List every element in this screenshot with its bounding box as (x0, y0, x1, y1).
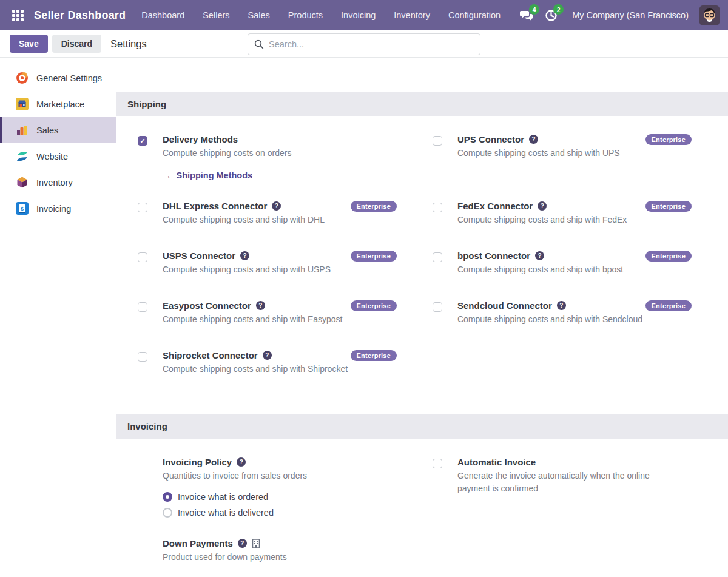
invoicing-icon: $ (16, 202, 29, 215)
setting-title: bpost Connector (457, 251, 530, 261)
radio-invoice-ordered[interactable]: Invoice what is ordered (163, 492, 307, 502)
radio-label: Invoice what is ordered (178, 492, 268, 502)
setting-sendcloud-connector: Sendcloud Connector Compute shipping cos… (433, 300, 727, 329)
setting-description: Compute shipping costs and ship with bpo… (457, 263, 623, 277)
inventory-icon (16, 176, 29, 189)
enterprise-badge: Enterprise (351, 201, 397, 212)
shipping-settings-grid: Delivery Methods Compute shipping costs … (116, 116, 728, 400)
search-icon (254, 39, 264, 49)
help-icon[interactable] (238, 539, 247, 548)
website-icon (16, 150, 29, 163)
discard-button[interactable]: Discard (52, 35, 101, 53)
user-avatar[interactable] (699, 5, 720, 25)
automatic-invoice-checkbox[interactable] (433, 459, 442, 468)
ups-connector-checkbox[interactable] (433, 136, 442, 146)
setting-description: Compute shipping costs on orders (163, 147, 291, 160)
shipping-methods-link[interactable]: → Shipping Methods (163, 170, 291, 180)
setting-delivery-methods: Delivery Methods Compute shipping costs … (138, 134, 433, 180)
company-switcher[interactable]: My Company (San Francisco) (572, 10, 689, 20)
setting-description: Compute shipping costs and ship with Fed… (457, 214, 627, 227)
sidebar-item-invoicing[interactable]: $ Invoicing (0, 195, 116, 221)
fedex-connector-checkbox[interactable] (433, 203, 442, 212)
help-icon[interactable] (557, 301, 566, 310)
nav-item-invoicing[interactable]: Invoicing (341, 10, 376, 20)
nav-item-products[interactable]: Products (288, 10, 323, 20)
search-box[interactable] (248, 33, 480, 55)
sidebar-item-label: Marketplace (36, 100, 84, 109)
radio-label: Invoice what is delivered (178, 508, 274, 518)
setting-title: Delivery Methods (163, 134, 238, 144)
setting-description: Compute shipping costs and ship with USP… (163, 263, 331, 277)
easypost-connector-checkbox[interactable] (138, 302, 147, 312)
shiprocket-connector-checkbox[interactable] (138, 352, 147, 362)
setting-description: Compute shipping costs and ship with Sen… (457, 313, 642, 326)
setting-dhl-express-connector: DHL Express Connector Compute shipping c… (138, 201, 433, 230)
setting-title: Invoicing Policy (163, 457, 232, 467)
nav-item-configuration[interactable]: Configuration (448, 10, 500, 20)
avatar-image (699, 5, 720, 25)
general-settings-icon (16, 72, 29, 84)
setting-description: Compute shipping costs and ship with DHL (163, 214, 325, 227)
sidebar-item-marketplace[interactable]: Marketplace (0, 91, 116, 117)
setting-automatic-invoice: Automatic Invoice Generate the invoice a… (433, 457, 727, 518)
setting-title: FedEx Connector (457, 201, 533, 211)
radio-icon[interactable] (163, 492, 172, 502)
apps-grid-icon[interactable] (8, 6, 27, 24)
setting-title: Down Payments (163, 538, 233, 548)
section-title: Invoicing (127, 421, 167, 431)
enterprise-badge: Enterprise (351, 251, 397, 262)
search-input[interactable] (269, 39, 474, 49)
help-icon[interactable] (240, 251, 249, 260)
nav-item-sales[interactable]: Sales (248, 10, 270, 20)
company-building-icon (252, 539, 260, 548)
help-icon[interactable] (237, 457, 246, 467)
setting-description: Generate the invoice automatically when … (457, 470, 682, 496)
setting-title: USPS Connector (163, 251, 235, 261)
save-button[interactable]: Save (10, 35, 48, 53)
help-icon[interactable] (538, 201, 547, 211)
messages-button[interactable]: 4 (519, 7, 534, 23)
settings-content: Shipping Delivery Methods Compute shippi… (116, 58, 728, 577)
svg-text:$: $ (21, 206, 24, 212)
help-icon[interactable] (529, 135, 538, 144)
sidebar-item-website[interactable]: Website (0, 143, 116, 169)
sidebar-item-general-settings[interactable]: General Settings (0, 65, 116, 91)
bpost-connector-checkbox[interactable] (433, 252, 442, 262)
dhl-express-connector-checkbox[interactable] (138, 203, 147, 212)
nav-item-dashboard[interactable]: Dashboard (141, 10, 184, 20)
sidebar-item-label: Invoicing (36, 204, 71, 214)
delivery-methods-checkbox[interactable] (138, 136, 147, 146)
help-icon[interactable] (263, 351, 272, 360)
help-icon[interactable] (535, 251, 544, 260)
setting-title: Shiprocket Connector (163, 350, 258, 360)
arrow-right-icon: → (163, 170, 172, 180)
sidebar-item-label: Inventory (36, 178, 73, 187)
setting-description: Compute shipping costs and ship with Eas… (163, 313, 343, 326)
setting-easypost-connector: Easypost Connector Compute shipping cost… (138, 300, 433, 329)
usps-connector-checkbox[interactable] (138, 252, 147, 262)
link-label: Shipping Methods (177, 170, 253, 180)
nav-item-sellers[interactable]: Sellers (203, 10, 229, 20)
enterprise-badge: Enterprise (645, 134, 692, 145)
setting-description: Product used for down payments (163, 551, 287, 564)
help-icon[interactable] (272, 201, 281, 211)
sidebar-item-inventory[interactable]: Inventory (0, 169, 116, 195)
sidebar-item-label: Website (36, 152, 68, 161)
radio-icon[interactable] (163, 508, 172, 518)
section-title: Shipping (127, 99, 166, 109)
setting-description: Compute shipping costs and ship with UPS (457, 147, 620, 160)
setting-description: Quantities to invoice from sales orders (163, 470, 307, 483)
top-navigation: Dashboard Sellers Sales Products Invoici… (141, 10, 500, 20)
nav-item-inventory[interactable]: Inventory (394, 10, 430, 20)
help-icon[interactable] (256, 301, 265, 310)
setting-down-payments: Down Payments Product used for down paym… (138, 538, 433, 577)
app-brand-title[interactable]: Seller Dashboard (34, 9, 126, 22)
grid-icon (12, 10, 24, 21)
page-title: Settings (110, 38, 147, 50)
radio-invoice-delivered[interactable]: Invoice what is delivered (163, 508, 307, 518)
sidebar-item-sales[interactable]: Sales (0, 117, 116, 143)
top-bar: Seller Dashboard Dashboard Sellers Sales… (0, 0, 728, 30)
marketplace-icon (16, 98, 29, 110)
sendcloud-connector-checkbox[interactable] (433, 302, 442, 312)
activities-button[interactable]: 2 (543, 7, 559, 23)
